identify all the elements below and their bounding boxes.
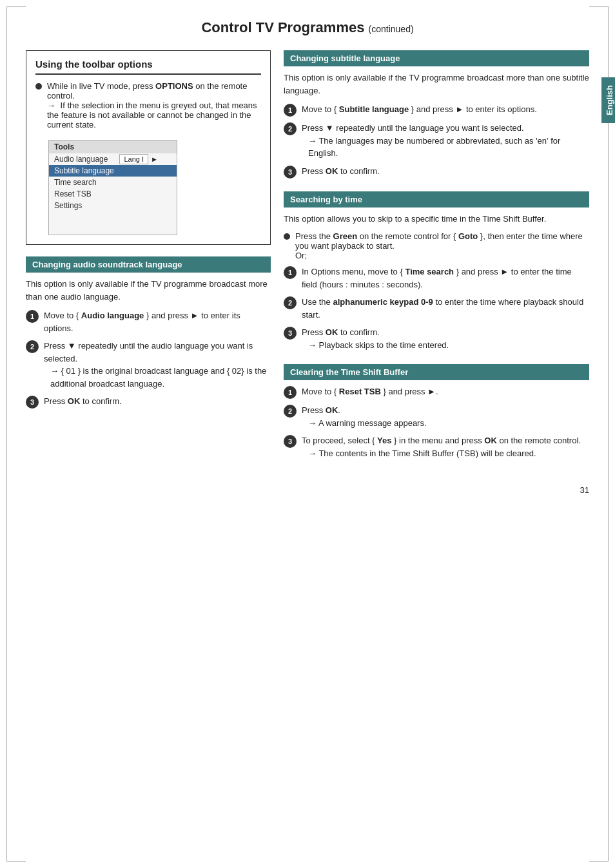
time-search-bullet-text: Press the Green on the remote control fo… [295,231,589,260]
clear-tsb-step-1: 1 Move to { Reset TSB } and press ►. [284,385,589,399]
subtitle-section: Changing subtitle language This option i… [284,50,589,178]
toolbar-heading: Using the toolbar options [35,59,261,75]
subtitle-step-2: 2 Press ▼ repeatedly until the language … [284,122,589,160]
menu-item-settings[interactable]: Settings [49,200,177,211]
corner-decoration-tr [589,6,609,26]
clear-tsb-step-number-2: 2 [284,405,297,418]
right-column: Changing subtitle language This option i… [284,50,589,472]
subtitle-step-2-content: Press ▼ repeatedly until the language yo… [302,122,589,160]
subtitle-step-1: 1 Move to { Subtitle language } and pres… [284,103,589,117]
language-tab: English [601,77,615,123]
audio-step-2-content: Press ▼ repeatedly until the audio langu… [44,340,271,390]
audio-step-1: 1 Move to { Audio language } and press ►… [26,309,271,334]
time-search-intro: This option allows you to skip to a spec… [284,213,589,226]
subtitle-step-number-2: 2 [284,122,297,135]
time-search-step-number-3: 3 [284,327,297,340]
clear-tsb-step-3: 3 To proceed, select { Yes } in the menu… [284,434,589,459]
clear-tsb-step-number-3: 3 [284,435,297,448]
time-search-section: Searching by time This option allows you… [284,191,589,352]
corner-decoration-bl [6,842,26,862]
time-search-step-1: 1 In Options menu, move to { Time search… [284,265,589,291]
menu-audio-language-row: Audio language Lang I ► [49,153,177,165]
step-number-1: 1 [26,310,39,323]
menu-item-subtitle-language[interactable]: Subtitle language [49,165,177,177]
clear-tsb-step-3-content: To proceed, select { Yes } in the menu a… [302,434,589,459]
subtitle-step-number-3: 3 [284,166,297,178]
time-search-step-number-2: 2 [284,296,297,309]
side-border-left [6,26,7,842]
step-number-3: 3 [26,396,39,409]
left-column: Using the toolbar options While in live … [26,50,271,472]
clear-tsb-step-2-content: Press OK. → A warning message appears. [302,404,589,429]
menu-item-empty1 [49,211,177,223]
corner-decoration-tl [6,6,26,26]
main-content: Using the toolbar options While in live … [26,50,589,472]
step-number-2: 2 [26,340,39,353]
subtitle-step-3-content: Press OK to confirm. [302,165,589,178]
time-search-step-1-content: In Options menu, move to { Time search }… [302,265,589,291]
subtitle-step-3: 3 Press OK to confirm. [284,165,589,178]
page-title: Control TV Programmes (continued) [26,19,589,39]
time-search-heading: Searching by time [284,191,589,207]
page-number: 31 [26,485,589,495]
time-search-step-number-1: 1 [284,266,297,279]
audio-section: Changing audio soundtrack language This … [26,256,271,409]
clear-tsb-step-number-1: 1 [284,386,297,399]
bullet-icon-2 [284,233,290,240]
audio-step-2: 2 Press ▼ repeatedly until the audio lan… [26,340,271,390]
subtitle-step-1-content: Move to { Subtitle language } and press … [302,103,589,116]
menu-item-audio-language[interactable]: Audio language [49,153,113,165]
page: English Control TV Programmes (continued… [0,0,615,868]
toolbar-section: Using the toolbar options While in live … [26,50,271,245]
time-search-bullet: Press the Green on the remote control fo… [284,231,589,260]
subtitle-section-heading: Changing subtitle language [284,50,589,66]
menu-audio-value: Lang I [119,154,148,164]
bullet-icon [35,83,42,90]
side-border-right [608,26,609,842]
menu-title: Tools [49,140,177,153]
toolbar-intro-bullet: While in live TV mode, press OPTIONS on … [35,81,261,130]
corner-decoration-br [589,842,609,862]
tools-menu-screenshot: Tools Audio language Lang I ► Subtitle l… [48,140,177,235]
audio-section-heading: Changing audio soundtrack language [26,256,271,273]
subtitle-intro: This option is only available if the TV … [284,72,589,97]
toolbar-intro-text: While in live TV mode, press OPTIONS on … [47,81,261,130]
time-search-step-3-content: Press OK to confirm. → Playback skips to… [302,326,589,351]
audio-step-3-content: Press OK to confirm. [44,395,271,408]
menu-item-reset-tsb[interactable]: Reset TSB [49,188,177,200]
clear-tsb-section: Clearing the Time Shift Buffer 1 Move to… [284,364,589,459]
audio-step-1-content: Move to { Audio language } and press ► t… [44,309,271,334]
clear-tsb-step-2: 2 Press OK. → A warning message appears. [284,404,589,429]
clear-tsb-heading: Clearing the Time Shift Buffer [284,364,589,380]
menu-arrow-icon: ► [151,155,158,163]
menu-item-empty2 [49,223,177,235]
audio-step-3: 3 Press OK to confirm. [26,395,271,409]
time-search-step-2-content: Use the alphanumeric keypad 0-9 to enter… [302,296,589,321]
time-search-step-2: 2 Use the alphanumeric keypad 0-9 to ent… [284,296,589,321]
clear-tsb-step-1-content: Move to { Reset TSB } and press ►. [302,385,589,398]
audio-intro: This option is only available if the TV … [26,278,271,303]
menu-item-time-search[interactable]: Time search [49,177,177,188]
subtitle-step-number-1: 1 [284,104,297,117]
time-search-step-3: 3 Press OK to confirm. → Playback skips … [284,326,589,351]
